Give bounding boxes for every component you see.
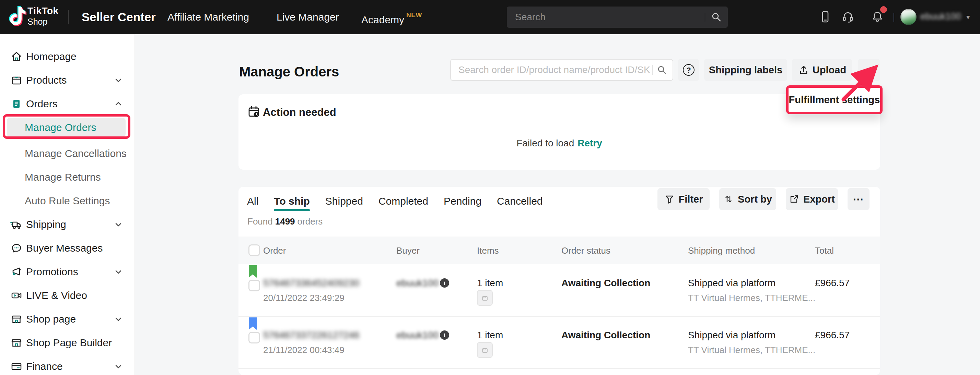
sidebar-item-shop-page[interactable]: Shop page bbox=[0, 307, 135, 331]
buyer-name[interactable]: ebuuk100 bbox=[396, 330, 439, 341]
action-needed-title: Action needed bbox=[263, 106, 336, 119]
search-icon[interactable] bbox=[711, 11, 722, 23]
video-camera-icon bbox=[10, 289, 23, 302]
mobile-app-icon[interactable] bbox=[819, 10, 832, 23]
action-needed-card bbox=[239, 94, 880, 170]
support-headset-icon[interactable] bbox=[842, 10, 854, 23]
orders-panel: All To ship Shipped Completed Pending Ca… bbox=[239, 187, 880, 375]
topbar: TikTok Shop Seller Center Affiliate Mark… bbox=[0, 0, 980, 34]
load-error: Failed to loadRetry bbox=[239, 138, 880, 149]
item-thumbnail[interactable] bbox=[477, 342, 493, 358]
megaphone-icon bbox=[10, 266, 23, 278]
sidebar-item-manage-cancellations[interactable]: Manage Cancellations bbox=[0, 142, 135, 165]
sidebar: Homepage Products Orders Manage Orders M… bbox=[0, 34, 135, 375]
products-icon bbox=[10, 74, 23, 86]
info-icon[interactable]: i bbox=[440, 278, 449, 288]
buyer-name[interactable]: ebuuk100 bbox=[396, 278, 439, 289]
seller-center-title: Seller Center bbox=[82, 10, 156, 24]
home-icon bbox=[10, 51, 23, 63]
row-checkbox[interactable] bbox=[248, 280, 260, 291]
sidebar-item-auto-rule-settings[interactable]: Auto Rule Settings bbox=[0, 189, 135, 212]
nav-academy-label: Academy bbox=[361, 14, 404, 25]
sidebar-item-homepage[interactable]: Homepage bbox=[0, 44, 135, 68]
tab-to-ship[interactable]: To ship bbox=[274, 195, 310, 207]
filter-button[interactable]: Filter bbox=[657, 188, 710, 210]
nav-live-manager[interactable]: Live Manager bbox=[277, 11, 339, 23]
item-thumbnail[interactable] bbox=[477, 290, 493, 306]
nav-academy[interactable]: AcademyNEW bbox=[361, 11, 422, 26]
table-row: 576467336452409230 20/11/2022 23:49:29 e… bbox=[239, 264, 880, 317]
bag-icon bbox=[481, 294, 488, 302]
order-id[interactable]: 576467337226127246 bbox=[263, 330, 359, 341]
tab-cancelled[interactable]: Cancelled bbox=[497, 195, 542, 207]
sidebar-item-shop-page-builder[interactable]: Shop Page Builder bbox=[0, 331, 135, 354]
brand-line1: TikTok bbox=[27, 6, 59, 16]
topbar-divider-2 bbox=[894, 13, 894, 22]
sidebar-item-promotions[interactable]: Promotions bbox=[0, 260, 135, 283]
retry-link[interactable]: Retry bbox=[578, 138, 602, 149]
username[interactable]: ebuuk100 bbox=[920, 11, 961, 22]
sidebar-item-finance[interactable]: Finance bbox=[0, 354, 135, 375]
tab-pending[interactable]: Pending bbox=[444, 195, 481, 207]
col-buyer: Buyer bbox=[396, 245, 420, 256]
sidebar-item-live-video[interactable]: LIVE & Video bbox=[0, 283, 135, 307]
tab-shipped[interactable]: Shipped bbox=[325, 195, 363, 207]
col-order-status: Order status bbox=[562, 245, 611, 256]
shipping-method: Shipped via platform bbox=[688, 330, 775, 341]
found-orders-count: Found1499orders bbox=[247, 216, 323, 227]
shipping-labels-button[interactable]: Shipping labels bbox=[704, 59, 787, 81]
global-search bbox=[507, 6, 728, 28]
chevron-down-icon[interactable]: ▾ bbox=[966, 13, 970, 21]
avatar[interactable] bbox=[900, 9, 916, 25]
brand-wordmark: TikTok Shop bbox=[27, 6, 59, 26]
chevron-down-icon bbox=[114, 315, 123, 324]
info-icon[interactable]: i bbox=[440, 331, 449, 340]
sidebar-item-orders[interactable]: Orders bbox=[0, 92, 135, 116]
row-checkbox[interactable] bbox=[248, 332, 260, 343]
sidebar-item-buyer-messages[interactable]: Buyer Messages bbox=[0, 236, 135, 260]
storefront-icon bbox=[10, 313, 23, 325]
order-total: £966.57 bbox=[815, 278, 850, 289]
new-badge: NEW bbox=[406, 11, 422, 19]
more-table-actions-button[interactable]: ⋯ bbox=[848, 188, 870, 210]
col-order: Order bbox=[263, 245, 286, 256]
page-title: Manage Orders bbox=[239, 64, 339, 79]
sidebar-item-manage-orders[interactable]: Manage Orders bbox=[0, 118, 135, 142]
search-icon[interactable] bbox=[657, 65, 667, 75]
order-id[interactable]: 576467336452409230 bbox=[263, 278, 359, 289]
order-status: Awaiting Collection bbox=[562, 330, 650, 341]
filter-icon bbox=[664, 194, 675, 204]
sidebar-item-manage-returns[interactable]: Manage Returns bbox=[0, 165, 135, 189]
shipping-detail: TT Virtual Hermes, TTHERME... bbox=[688, 345, 815, 356]
order-count: 1499 bbox=[275, 216, 295, 226]
order-status: Awaiting Collection bbox=[562, 278, 650, 289]
storefront-builder-icon bbox=[10, 337, 23, 349]
global-search-input[interactable] bbox=[507, 12, 705, 23]
calendar-clock-icon bbox=[247, 105, 261, 119]
upload-icon bbox=[798, 65, 809, 75]
chevron-down-icon bbox=[114, 267, 123, 276]
bookmark-icon-blue bbox=[249, 317, 257, 330]
export-icon bbox=[789, 194, 799, 204]
order-date: 20/11/2022 23:49:29 bbox=[263, 293, 345, 303]
select-all-checkbox[interactable] bbox=[248, 244, 260, 256]
tiktok-note-icon bbox=[9, 5, 27, 29]
nav-affiliate-marketing[interactable]: Affiliate Marketing bbox=[167, 11, 249, 23]
col-items: Items bbox=[477, 245, 499, 256]
export-button[interactable]: Export bbox=[786, 188, 838, 210]
help-button[interactable]: ? bbox=[678, 59, 699, 81]
page: TikTok Shop Seller Center Affiliate Mark… bbox=[0, 0, 980, 375]
brand-line2: Shop bbox=[27, 17, 59, 26]
sidebar-item-shipping[interactable]: Shipping bbox=[0, 212, 135, 236]
error-text: Failed to load bbox=[516, 138, 574, 149]
items-count: 1 item bbox=[477, 278, 503, 289]
annotation-arrow bbox=[830, 64, 889, 107]
tab-all[interactable]: All bbox=[247, 195, 258, 207]
sort-by-button[interactable]: Sort by bbox=[719, 188, 776, 210]
sidebar-item-products[interactable]: Products bbox=[0, 68, 135, 92]
search-divider bbox=[705, 13, 705, 22]
ellipsis-icon: ⋯ bbox=[853, 193, 864, 206]
order-search-input[interactable] bbox=[451, 64, 651, 76]
tab-completed[interactable]: Completed bbox=[379, 195, 428, 207]
orders-icon bbox=[10, 98, 23, 110]
